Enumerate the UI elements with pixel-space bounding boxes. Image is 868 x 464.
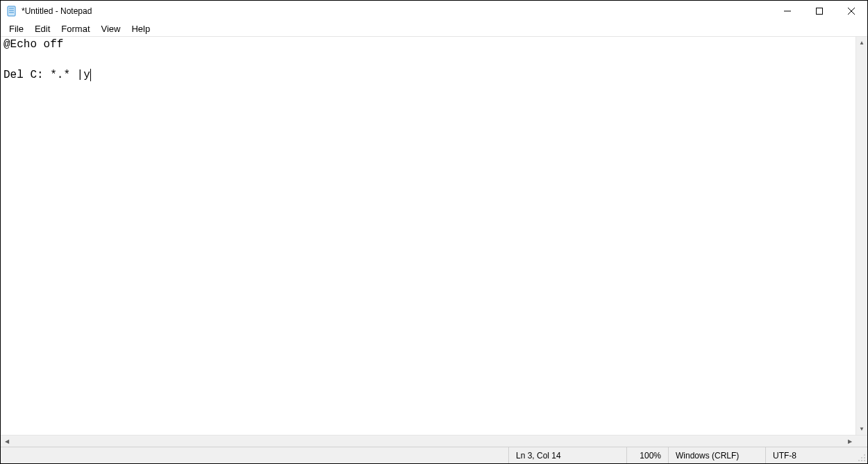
status-cursor-position: Ln 3, Col 14 xyxy=(508,447,626,463)
svg-point-11 xyxy=(858,460,860,461)
menubar: File Edit Format View Help xyxy=(1,22,867,37)
status-line-ending: Windows (CRLF) xyxy=(668,447,765,463)
svg-point-8 xyxy=(864,454,865,456)
svg-point-13 xyxy=(864,460,865,461)
svg-rect-5 xyxy=(817,8,823,15)
maximize-button[interactable] xyxy=(803,1,835,22)
menu-file[interactable]: File xyxy=(3,22,29,35)
notepad-app-icon xyxy=(6,6,17,17)
horizontal-scrollbar[interactable]: ◀ ▶ xyxy=(1,435,867,447)
svg-point-10 xyxy=(864,457,865,458)
statusbar: Ln 3, Col 14 100% Windows (CRLF) UTF-8 xyxy=(1,447,867,463)
text-caret xyxy=(90,69,91,81)
notepad-window: *Untitled - Notepad File Edit Format Vie… xyxy=(0,0,868,464)
editor-content: @Echo off Del C: *.* |y xyxy=(3,38,90,81)
titlebar[interactable]: *Untitled - Notepad xyxy=(1,1,867,22)
text-editor[interactable]: @Echo off Del C: *.* |y xyxy=(1,37,856,435)
minimize-button[interactable] xyxy=(771,1,803,22)
scroll-up-arrow-icon[interactable]: ▲ xyxy=(856,37,867,49)
menu-view[interactable]: View xyxy=(96,22,126,35)
svg-point-12 xyxy=(861,460,862,461)
scroll-down-arrow-icon[interactable]: ▼ xyxy=(856,423,867,435)
svg-rect-0 xyxy=(8,6,15,16)
window-title: *Untitled - Notepad xyxy=(22,6,92,16)
menu-edit[interactable]: Edit xyxy=(29,22,56,35)
resize-grip-icon[interactable] xyxy=(856,447,867,463)
svg-point-9 xyxy=(861,457,862,458)
menu-format[interactable]: Format xyxy=(56,22,95,35)
status-zoom: 100% xyxy=(626,447,668,463)
vertical-scrollbar[interactable]: ▲ ▼ xyxy=(856,37,867,435)
menu-help[interactable]: Help xyxy=(126,22,156,35)
status-encoding: UTF-8 xyxy=(765,447,856,463)
close-button[interactable] xyxy=(835,1,867,22)
scroll-left-arrow-icon[interactable]: ◀ xyxy=(1,436,12,447)
scroll-right-arrow-icon[interactable]: ▶ xyxy=(844,436,856,447)
